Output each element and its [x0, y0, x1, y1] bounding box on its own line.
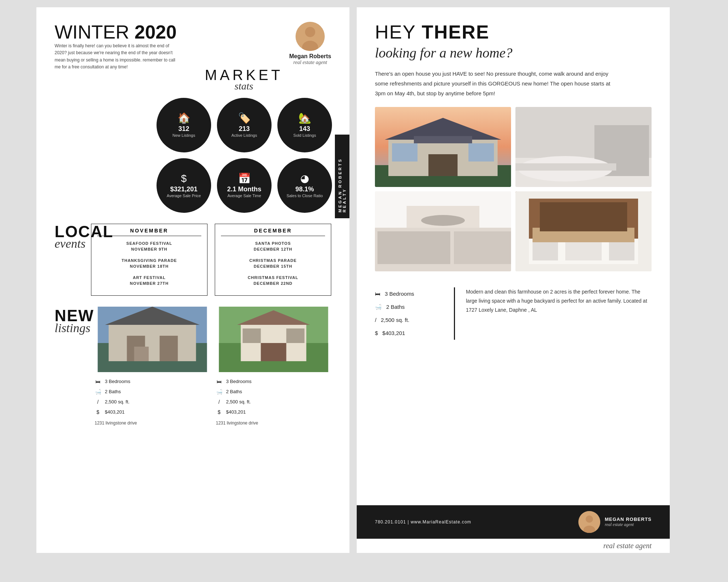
- address-1: 1231 livingstone drive: [95, 419, 210, 427]
- photo-bathroom: [515, 107, 652, 187]
- open-house-text: There's an open house you just HAVE to s…: [375, 69, 622, 98]
- svg-rect-9: [134, 347, 149, 361]
- page-container: WINTER 2020 Winter is finally here! can …: [36, 7, 692, 553]
- new-label: NEW listings: [55, 307, 87, 335]
- stat-label-sold: Sold Listings: [293, 133, 316, 138]
- svg-rect-43: [533, 242, 558, 260]
- stat-value-price: $321,201: [170, 186, 197, 193]
- right-price-row: $ $403,201: [375, 327, 443, 340]
- winter-bold: 2020: [135, 21, 177, 43]
- stat-label-new: New Listings: [173, 133, 195, 138]
- stat-label-active: Active Listings: [232, 133, 257, 138]
- price-row-1: $ $403,201: [95, 407, 210, 417]
- stat-new-listings: 🏠 312 New Listings: [157, 98, 211, 152]
- svg-rect-33: [377, 231, 450, 264]
- bedrooms-1: 3 Bedrooms: [105, 377, 130, 386]
- right-bath-icon: 🛁: [375, 300, 382, 314]
- svg-rect-34: [454, 231, 511, 264]
- bed-icon-1: 🛏: [95, 376, 101, 387]
- new-listings-section: NEW listings: [55, 307, 331, 427]
- stat-label-ratio: Sales to Close Ratio: [286, 193, 323, 198]
- right-bedrooms: 3 Bedrooms: [385, 287, 414, 300]
- svg-rect-42: [565, 242, 602, 260]
- title-block: WINTER 2020 Winter is finally here! can …: [55, 22, 178, 81]
- event-seafood: SEAFOOD FESTIVALNOVEMBER 9TH: [97, 240, 201, 252]
- stat-avg-price: $ $321,201 Average Sale Price: [157, 158, 211, 213]
- market-title-script: stats: [157, 80, 331, 92]
- sqft-icon-1: /: [95, 397, 101, 407]
- sqft-row-2: / 2,500 sq. ft.: [216, 397, 331, 407]
- sold-icon: 🏡: [298, 112, 311, 124]
- listing-image-1: [95, 307, 210, 372]
- footer-agent: MEGAN ROBERTS real estate agent: [578, 511, 652, 533]
- svg-point-36: [421, 215, 465, 226]
- baths-row-2: 🛁 2 Baths: [216, 387, 331, 397]
- stats-grid: 🏠 312 New Listings 🏷️ 213 Active Listing…: [157, 98, 331, 213]
- left-panel: WINTER 2020 Winter is finally here! can …: [36, 7, 349, 553]
- price-1: $403,201: [105, 407, 124, 417]
- bedrooms-row-2: 🛏 3 Bedrooms: [216, 376, 331, 387]
- photo-house: [375, 107, 511, 187]
- svg-rect-16: [286, 328, 305, 343]
- ratio-icon: ◕: [300, 172, 309, 184]
- address-2: 1231 livingstone drive: [216, 419, 331, 427]
- bath-icon-1: 🛁: [95, 387, 101, 397]
- svg-rect-5: [109, 325, 196, 361]
- right-baths: 2 Baths: [386, 300, 405, 314]
- script-heading: looking for a new home?: [375, 44, 652, 62]
- listing-card-1: 🛏 3 Bedrooms 🛁 2 Baths / 2,500 sq. ft.: [95, 307, 210, 427]
- right-sqft: 2,500 sq. ft.: [381, 314, 409, 327]
- stat-label-time: Average Sale Time: [228, 193, 261, 198]
- listing-details-1: 🛏 3 Bedrooms 🛁 2 Baths / 2,500 sq. ft.: [95, 376, 210, 427]
- svg-point-46: [586, 515, 593, 523]
- winter-title: WINTER 2020: [55, 22, 178, 43]
- photo-kitchen: [375, 191, 511, 271]
- right-description: Modern and clean this farmhouse on 2 acr…: [466, 287, 652, 340]
- footer-agent-title: real estate agent: [605, 522, 652, 527]
- stat-active-listings: 🏷️ 213 Active Listings: [217, 98, 272, 152]
- dollar-icon: $: [181, 173, 187, 184]
- listing-details-2: 🛏 3 Bedrooms 🛁 2 Baths / 2,500 sq. ft.: [216, 376, 331, 427]
- script-below-footer: real estate agent: [375, 539, 652, 553]
- bath-icon-2: 🛁: [216, 387, 222, 397]
- svg-rect-22: [392, 143, 418, 162]
- december-column: DECEMBER SANTA PHOTOSDECEMBER 12TH CHRIS…: [215, 224, 331, 296]
- local-label: LOCAL events: [55, 224, 84, 251]
- agent-title: real estate agent: [293, 60, 327, 65]
- stat-value-new: 312: [178, 125, 189, 133]
- hey-light: HEY: [375, 21, 422, 43]
- price-2: $403,201: [226, 407, 246, 417]
- market-title: MARKET stats: [157, 67, 331, 92]
- stat-avg-time: 📅 2.1 Months Average Sale Time: [217, 158, 272, 213]
- svg-rect-21: [428, 154, 458, 176]
- svg-rect-44: [609, 242, 634, 260]
- event-christmas-parade: CHRISTMAS PARADEDECEMBER 15TH: [221, 258, 325, 270]
- home-icon: 🏠: [178, 112, 190, 124]
- stat-value-active: 213: [239, 125, 250, 133]
- sqft-2: 2,500 sq. ft.: [226, 397, 251, 407]
- event-art: ART FESTIVALNOVEMBER 27TH: [97, 275, 201, 287]
- right-details-list: 🛏 3 Bedrooms 🛁 2 Baths / 2,500 sq. ft. $…: [375, 287, 455, 340]
- svg-rect-14: [261, 343, 286, 361]
- svg-rect-24: [414, 136, 472, 143]
- calendar-icon: 📅: [238, 172, 251, 184]
- right-bedrooms-row: 🛏 3 Bedrooms: [375, 287, 443, 300]
- winter-light: WINTER: [55, 21, 135, 43]
- bed-icon-2: 🛏: [216, 376, 222, 387]
- svg-rect-23: [468, 143, 494, 162]
- market-stats-section: MARKET stats 🏠 312 New Listings 🏷️ 213 A…: [157, 67, 331, 213]
- event-christmas-festival: CHRISTMAS FESTIVALDECEMBER 22ND: [221, 275, 325, 287]
- right-baths-row: 🛁 2 Baths: [375, 300, 443, 314]
- right-price-icon: $: [375, 327, 378, 340]
- event-santa: SANTA PHOTOSDECEMBER 12TH: [221, 240, 325, 252]
- footer-contact: 780.201.0101 | www.MariaRealEstate.com: [375, 519, 471, 525]
- stat-value-sold: 143: [299, 125, 310, 133]
- right-panel: HEY THERE looking for a new home? There'…: [357, 7, 670, 553]
- svg-rect-29: [515, 163, 616, 171]
- november-header: NOVEMBER: [97, 228, 201, 236]
- baths-1: 2 Baths: [105, 387, 121, 396]
- price-icon-1: $: [95, 407, 101, 417]
- bedrooms-row-1: 🛏 3 Bedrooms: [95, 376, 210, 387]
- listing-image-2: [216, 307, 331, 372]
- right-details: 🛏 3 Bedrooms 🛁 2 Baths / 2,500 sq. ft. $…: [375, 280, 652, 347]
